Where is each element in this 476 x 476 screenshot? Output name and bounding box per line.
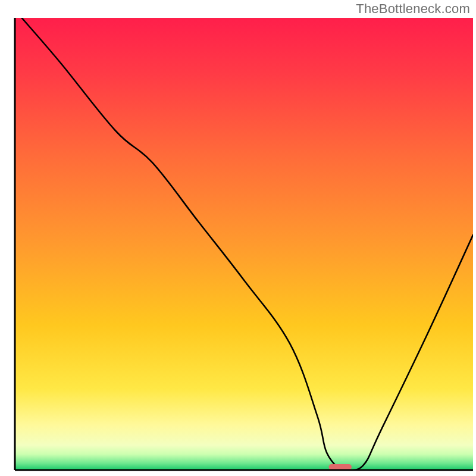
bottleneck-chart	[0, 0, 476, 476]
chart-background	[15, 18, 473, 470]
chart-container: TheBottleneck.com	[0, 0, 476, 476]
watermark-label: TheBottleneck.com	[356, 1, 470, 17]
